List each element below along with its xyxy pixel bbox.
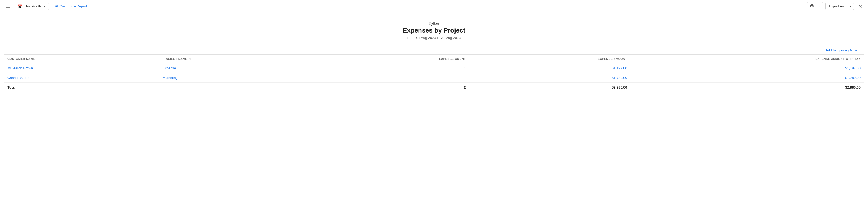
close-icon: ✕	[859, 4, 862, 9]
chevron-down-icon: ▼	[849, 5, 852, 8]
export-dropdown-arrow[interactable]: ▼	[847, 3, 854, 9]
hamburger-button[interactable]: ☰	[4, 2, 12, 11]
calendar-icon: 📅	[18, 4, 22, 8]
col-header-customer-name: CUSTOMER NAME	[4, 55, 159, 63]
toolbar-right: ▼ Export As ▼ ✕	[807, 2, 864, 11]
cell-expense-amount-tax: $1,197.00	[630, 63, 864, 73]
total-label: Total	[4, 83, 159, 92]
col-header-expense-count: EXPENSE COUNT	[319, 55, 469, 63]
cell-expense-count: 1	[319, 73, 469, 83]
table-row: Mr. Aaron Brown Expense 1 $1,197.00 $1,1…	[4, 63, 864, 73]
cell-expense-amount: $1,197.00	[469, 63, 630, 73]
col-header-expense-amount-tax: EXPENSE AMOUNT WITH TAX	[630, 55, 864, 63]
export-button-group: Export As ▼	[826, 3, 854, 10]
export-label: Export As	[829, 4, 844, 8]
print-button[interactable]	[807, 2, 817, 10]
add-temporary-note-button[interactable]: + Add Temporary Note	[823, 48, 857, 52]
report-header: Zylker Expenses by Project From 01 Aug 2…	[0, 13, 868, 44]
chevron-down-icon: ▼	[819, 5, 822, 8]
cell-expense-count: 1	[319, 63, 469, 73]
toolbar: ☰ 📅 This Month ▼ Customize Report	[0, 0, 868, 13]
hamburger-icon: ☰	[6, 3, 10, 9]
cell-expense-amount-tax: $1,789.00	[630, 73, 864, 83]
project-name-link[interactable]: Expense	[163, 66, 176, 70]
expenses-table: CUSTOMER NAME PROJECT NAME ⇧ EXPENSE COU…	[4, 54, 864, 92]
customize-report-label: Customize Report	[59, 4, 87, 8]
cell-project-name: Marketing	[159, 73, 319, 83]
cell-customer-name: Charles Stone	[4, 73, 159, 83]
total-expense-count: 2	[319, 83, 469, 92]
close-button[interactable]: ✕	[857, 2, 864, 11]
total-expense-amount: $2,986.00	[469, 83, 630, 92]
cell-expense-amount: $1,789.00	[469, 73, 630, 83]
report-date-range: From 01 Aug 2023 To 31 Aug 2023	[0, 36, 868, 40]
export-button[interactable]: Export As	[826, 3, 847, 9]
chevron-down-icon: ▼	[43, 5, 46, 8]
total-project	[159, 83, 319, 92]
total-expense-amount-tax: $2,986.00	[630, 83, 864, 92]
print-dropdown-arrow[interactable]: ▼	[817, 3, 823, 9]
date-filter-button[interactable]: 📅 This Month ▼	[15, 3, 49, 10]
project-name-link[interactable]: Marketing	[163, 76, 178, 80]
org-name: Zylker	[0, 21, 868, 26]
cell-customer-name: Mr. Aaron Brown	[4, 63, 159, 73]
cell-project-name: Expense	[159, 63, 319, 73]
printer-icon	[810, 4, 814, 9]
table-row: Charles Stone Marketing 1 $1,789.00 $1,7…	[4, 73, 864, 83]
col-header-expense-amount: EXPENSE AMOUNT	[469, 55, 630, 63]
sort-icon[interactable]: ⇧	[189, 58, 192, 60]
toolbar-left: ☰ 📅 This Month ▼ Customize Report	[4, 2, 804, 11]
add-note-label: + Add Temporary Note	[823, 48, 857, 52]
report-table-container: CUSTOMER NAME PROJECT NAME ⇧ EXPENSE COU…	[0, 54, 868, 92]
customer-name-link[interactable]: Mr. Aaron Brown	[7, 66, 33, 70]
date-filter-label: This Month	[24, 4, 41, 8]
total-row: Total 2 $2,986.00 $2,986.00	[4, 83, 864, 92]
table-header-row: CUSTOMER NAME PROJECT NAME ⇧ EXPENSE COU…	[4, 55, 864, 63]
customize-report-button[interactable]: Customize Report	[52, 3, 89, 10]
settings-icon	[54, 4, 58, 8]
col-header-project-name: PROJECT NAME ⇧	[159, 55, 319, 63]
customer-name-link[interactable]: Charles Stone	[7, 76, 29, 80]
add-note-container: + Add Temporary Note	[0, 44, 868, 54]
print-button-group: ▼	[807, 2, 824, 10]
report-title: Expenses by Project	[0, 27, 868, 34]
